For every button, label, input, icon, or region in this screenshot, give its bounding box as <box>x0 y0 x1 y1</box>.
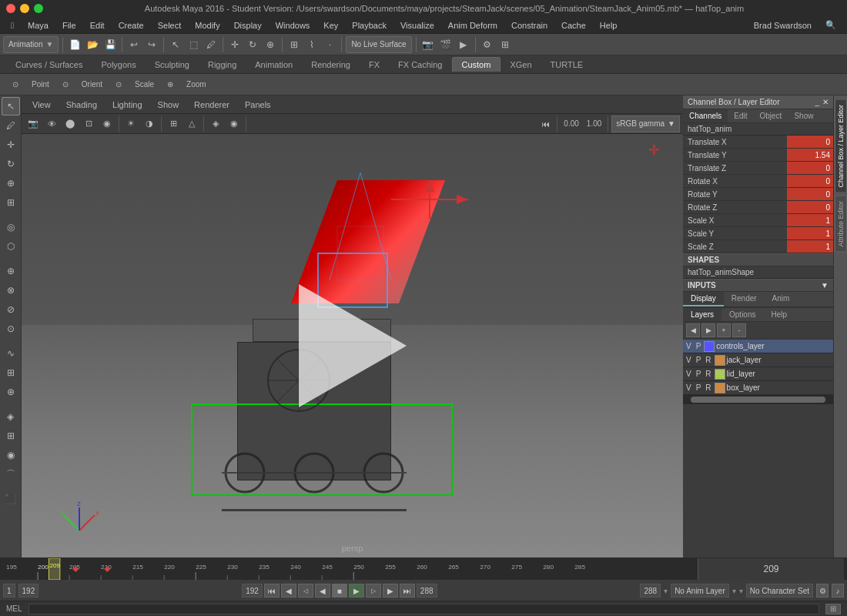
layer-row-controls[interactable]: V P controls_layer <box>683 340 833 353</box>
viewport-3d[interactable]: ✛ X Y Z <box>22 134 683 557</box>
tl-prev-frame-btn[interactable]: ◀ <box>281 584 296 598</box>
layer-scrollbar[interactable] <box>683 395 833 404</box>
vp-shading-icon[interactable]: ⬤ <box>62 116 79 132</box>
cb-tab-object[interactable]: Object <box>754 109 788 122</box>
soft-select-tool[interactable]: ◎ <box>2 218 20 236</box>
srgb-gamma-btn[interactable]: sRGB gamma ▼ <box>611 116 680 132</box>
transform-point-icon[interactable]: ⊙ <box>5 76 26 93</box>
cb-collapse-icon[interactable]: _ <box>815 98 819 106</box>
layer-remove-btn[interactable]: - <box>732 323 746 337</box>
ch-val-tx[interactable]: 0 <box>787 136 833 148</box>
layer-p-controls[interactable]: P <box>695 342 703 350</box>
paint-tool[interactable]: 🖊 <box>2 116 20 135</box>
layer-r-box[interactable]: R <box>704 383 712 392</box>
scrollbar-thumb[interactable] <box>691 397 825 403</box>
panel-view[interactable]: View <box>26 99 57 111</box>
rotate-tool[interactable]: ↻ <box>2 155 20 173</box>
snap-view-tool[interactable]: ⊘ <box>2 300 20 319</box>
new-scene-icon[interactable]: 📄 <box>67 37 82 52</box>
lasso-tool[interactable]: ⬡ <box>2 237 20 256</box>
universal-tool[interactable]: ⊞ <box>2 193 20 212</box>
tab-sculpting[interactable]: Sculpting <box>146 58 199 72</box>
menu-select[interactable]: Select <box>152 19 188 32</box>
redo-icon[interactable]: ↪ <box>144 37 159 52</box>
ch-val-ty[interactable]: 1.54 <box>787 149 833 161</box>
ch-val-rz[interactable]: 0 <box>787 201 833 213</box>
layer-add-btn[interactable]: + <box>717 323 731 337</box>
vp-show-icon[interactable]: 👁 <box>43 116 60 132</box>
tl-next-key-btn[interactable]: ▷ <box>366 584 381 598</box>
layer-tab-layers[interactable]: Layers <box>683 308 721 321</box>
menu-create[interactable]: Create <box>112 19 150 32</box>
paint-select-icon[interactable]: 🖊 <box>203 37 219 52</box>
menu-anim-deform[interactable]: Anim Deform <box>442 19 504 32</box>
vp-rewind-icon[interactable]: ⏮ <box>537 116 554 132</box>
menu-search-icon[interactable]: 🔍 <box>819 18 842 32</box>
cb-tab-show[interactable]: Show <box>788 109 819 122</box>
move-tool[interactable]: ✛ <box>2 136 20 154</box>
panel-shading[interactable]: Shading <box>60 99 103 111</box>
layer-prev-btn[interactable]: ◀ <box>686 323 700 337</box>
tl-play-back-btn[interactable]: ◀ <box>315 584 330 598</box>
tl-frame-input[interactable]: 1 <box>3 584 15 598</box>
menu-windows[interactable]: Windows <box>270 19 316 32</box>
tl-play-fwd-btn[interactable]: ▶ <box>349 584 364 598</box>
mac-close-btn[interactable] <box>6 4 15 13</box>
no-live-surface-btn[interactable]: No Live Surface <box>346 36 411 53</box>
menu-constrain[interactable]: Constrain <box>505 19 554 32</box>
tab-curves-surfaces[interactable]: Curves / Surfaces <box>6 58 92 72</box>
select-mode-icon[interactable]: ↖ <box>168 37 183 52</box>
tl-range-start[interactable]: 192 <box>18 584 39 598</box>
mel-input[interactable] <box>28 604 819 614</box>
vp-smooth-icon[interactable]: ◉ <box>99 116 116 132</box>
layer-color-controls[interactable] <box>704 341 715 352</box>
transform-orient-icon[interactable]: ⊙ <box>55 76 76 93</box>
ch-name-rz[interactable]: Rotate Z <box>683 203 787 212</box>
layer-p-lid[interactable]: P <box>695 370 703 378</box>
tl-range-end[interactable]: 288 <box>640 584 661 598</box>
lattice-tool[interactable]: ⊞ <box>2 427 20 445</box>
layer-p-box[interactable]: P <box>695 383 703 392</box>
tl-next-frame-btn[interactable]: ▶ <box>383 584 398 598</box>
menu-modify[interactable]: Modify <box>189 19 226 32</box>
anim-layer-options-icon[interactable]: ▾ <box>732 587 736 595</box>
panel-lighting[interactable]: Lighting <box>106 99 149 111</box>
layer-row-jack[interactable]: V P R jack_layer <box>683 353 833 367</box>
curve-tool[interactable]: ∿ <box>2 344 20 363</box>
layer-next-btn[interactable]: ▶ <box>701 323 715 337</box>
ch-name-sy[interactable]: Scale Y <box>683 229 787 238</box>
panel-panels[interactable]: Panels <box>239 99 277 111</box>
vp-camera-icon[interactable]: 📷 <box>25 116 42 132</box>
layer-p-jack[interactable]: P <box>695 356 703 364</box>
menu-maya[interactable]: Maya <box>22 19 55 32</box>
menu-user[interactable]: Brad Swardson <box>748 19 818 32</box>
tl-range-start-box[interactable]: 192 <box>242 584 263 598</box>
layer-row-box[interactable]: V P R box_layer <box>683 381 833 395</box>
layer-color-jack[interactable] <box>715 355 725 366</box>
tab-turtle[interactable]: TURTLE <box>541 58 593 72</box>
ch-name-ty[interactable]: Translate Y <box>683 151 787 159</box>
ch-name-tx[interactable]: Translate X <box>683 138 787 146</box>
layer-color-lid[interactable] <box>715 369 725 380</box>
deform-tool[interactable]: ◈ <box>2 407 20 426</box>
tl-prev-key-btn[interactable]: ◁ <box>298 584 313 598</box>
tl-stop-btn[interactable]: ■ <box>332 584 347 598</box>
tl-character-set[interactable]: No Character Set <box>746 584 813 598</box>
snap-to-tool[interactable]: ⊕ <box>2 262 20 280</box>
tl-skip-end-btn[interactable]: ⏭ <box>400 584 415 598</box>
vp-render2-icon[interactable]: ◉ <box>226 116 243 132</box>
inputs-tab-anim[interactable]: Anim <box>765 292 798 306</box>
timeline-ruler[interactable]: 195 200 205 210 215 220 225 230 235 240 … <box>0 558 847 580</box>
cluster-tool[interactable]: ◉ <box>2 446 20 464</box>
menu-cache[interactable]: Cache <box>555 19 592 32</box>
mac-max-btn[interactable] <box>34 4 43 13</box>
component-tool[interactable]: ⊕ <box>2 383 20 401</box>
panel-show[interactable]: Show <box>152 99 186 111</box>
transform-scale-icon[interactable]: ⊙ <box>108 76 129 93</box>
snap-live-tool[interactable]: ⊙ <box>2 320 20 338</box>
tab-fx-caching[interactable]: FX Caching <box>389 58 451 72</box>
tab-rendering[interactable]: Rendering <box>302 58 360 72</box>
layer-row-lid[interactable]: V P R lid_layer <box>683 367 833 381</box>
cb-close-icon[interactable]: ✕ <box>822 98 829 106</box>
inputs-tab-render[interactable]: Render <box>724 292 765 306</box>
